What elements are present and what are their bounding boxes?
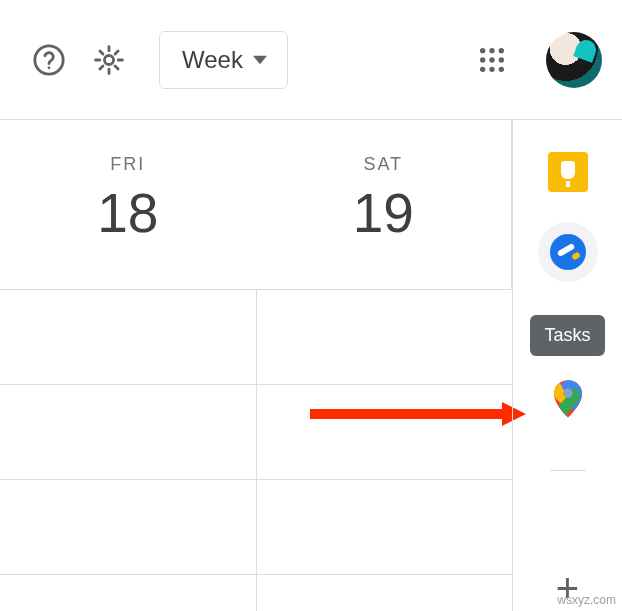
tasks-icon: [550, 234, 586, 270]
side-divider: [550, 470, 586, 471]
svg-point-6: [480, 57, 485, 62]
svg-point-1: [48, 66, 51, 69]
day-of-week: FRI: [0, 154, 256, 175]
svg-point-5: [499, 47, 504, 52]
svg-point-11: [499, 66, 504, 71]
calendar-grid: FRI 18 SAT 19: [0, 120, 512, 611]
day-column-header[interactable]: FRI 18: [0, 120, 256, 289]
view-selector[interactable]: Week: [159, 31, 288, 89]
support-button[interactable]: [25, 36, 73, 84]
view-label: Week: [182, 46, 243, 74]
account-avatar[interactable]: [546, 32, 602, 88]
time-row[interactable]: [0, 385, 512, 480]
svg-point-8: [499, 57, 504, 62]
time-row[interactable]: [0, 575, 512, 611]
tasks-button[interactable]: [538, 222, 598, 282]
svg-point-2: [104, 55, 113, 64]
maps-button[interactable]: [554, 380, 582, 418]
svg-point-13: [563, 389, 572, 398]
google-apps-button[interactable]: [468, 36, 516, 84]
keep-button[interactable]: [548, 152, 588, 192]
side-panel: Tasks +: [512, 120, 622, 611]
chevron-down-icon: [253, 53, 267, 67]
apps-grid-icon: [478, 46, 506, 74]
day-column-header[interactable]: SAT 19: [256, 120, 513, 289]
svg-point-10: [489, 66, 494, 71]
svg-point-3: [480, 47, 485, 52]
tooltip: Tasks: [530, 315, 604, 356]
day-number[interactable]: 19: [256, 181, 512, 245]
svg-point-4: [489, 47, 494, 52]
watermark: wsxyz.com: [557, 593, 616, 607]
help-icon: [32, 43, 66, 77]
svg-point-7: [489, 57, 494, 62]
svg-point-9: [480, 66, 485, 71]
time-row[interactable]: [0, 480, 512, 575]
svg-point-0: [35, 45, 63, 73]
day-number[interactable]: 18: [0, 181, 256, 245]
settings-button[interactable]: [85, 36, 133, 84]
time-row[interactable]: [0, 290, 512, 385]
day-of-week: SAT: [256, 154, 512, 175]
gear-icon: [92, 43, 126, 77]
